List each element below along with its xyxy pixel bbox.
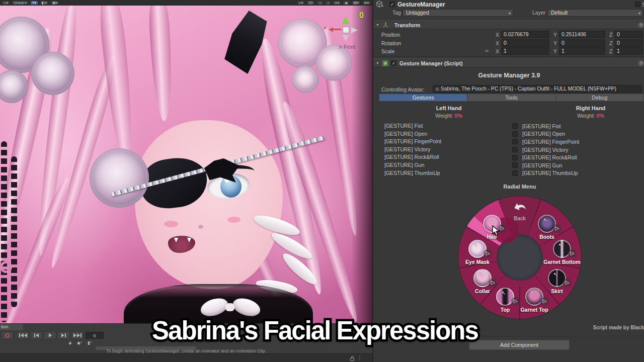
grid-opacity-dropdown[interactable]: ◧▾ — [40, 1, 49, 5]
gizmo-center-icon[interactable] — [343, 27, 349, 33]
gesture-item[interactable]: [GESTURE] Fist — [512, 122, 579, 130]
position-y-field[interactable]: 0.2511406 — [559, 31, 605, 38]
gameobject-name[interactable]: GestureManager — [397, 1, 445, 8]
gesture-checkbox[interactable] — [512, 123, 518, 129]
lighting-toggle-icon[interactable]: ☼ — [316, 1, 324, 5]
icon-dropdown-arrow[interactable]: ▾ — [382, 4, 383, 8]
gesture-item[interactable]: [GESTURE] Gun — [512, 161, 579, 169]
add-keyframe-icon[interactable]: ◆+ — [77, 340, 83, 345]
tab-tools[interactable]: Tools — [467, 94, 555, 101]
gesture-checkbox[interactable] — [512, 170, 518, 176]
play-icon[interactable]: ▷ — [563, 279, 572, 287]
static-label: St — [642, 2, 644, 8]
animation-tab[interactable]: tion — [0, 324, 23, 330]
gesture-item[interactable]: [GESTURE] Gun — [384, 161, 441, 169]
rotation-x-field[interactable]: 0 — [501, 39, 549, 47]
radial-item-boots[interactable]: ↖▷ Boots — [524, 215, 570, 240]
scale-label: Scale — [381, 48, 394, 54]
gesture-checkbox[interactable] — [512, 155, 518, 160]
animation-transport-controls — [1, 331, 84, 339]
help-icon[interactable]: ? — [638, 22, 644, 28]
radial-menu[interactable]: Back ↖▷ Boots ↖▷ Garnet Bottom ↖▷ Skirt … — [458, 196, 581, 319]
gesture-item[interactable]: [GESTURE] Open — [512, 130, 579, 138]
rotation-z-field[interactable]: 0 — [614, 39, 643, 47]
last-frame-button[interactable] — [71, 331, 84, 339]
effects-dropdown-icon[interactable]: ∗▾ — [333, 1, 341, 5]
gizmo-y-axis-icon[interactable] — [342, 16, 349, 24]
gesture-item[interactable]: [GESTURE] FingerPoint — [512, 138, 579, 146]
tag-label: Tag — [392, 10, 401, 16]
grid-visibility-dropdown[interactable]: ▦▾ — [50, 1, 59, 5]
rotation-row: Rotation X 0 Y 0 Z 0 — [373, 39, 644, 47]
gesture-item[interactable]: [GESTURE] Open — [384, 130, 441, 138]
rotation-y-field[interactable]: 0 — [559, 39, 605, 47]
camera-view-dropdown[interactable]: ▤▾ — [351, 1, 360, 5]
play-icon[interactable]: ▷ — [568, 249, 577, 258]
curves-view-icon[interactable]: ◈ — [68, 340, 72, 345]
play-icon[interactable]: ▷ — [540, 297, 549, 306]
gizmos-dropdown[interactable]: ⊕▾ — [362, 1, 371, 5]
gesture-item[interactable]: [GESTURE] FingerPoint — [384, 138, 441, 146]
component-enabled-checkbox[interactable]: ✓ — [391, 60, 396, 66]
foldout-icon[interactable]: ▼ — [376, 23, 379, 27]
play-icon[interactable]: ▷ — [511, 297, 520, 306]
radial-item-eye-mask[interactable]: ↖▷ Eye Mask — [455, 240, 500, 265]
frame-number-field[interactable]: 0 — [86, 332, 104, 339]
prev-frame-button[interactable] — [30, 331, 43, 339]
next-frame-button[interactable] — [57, 331, 70, 339]
2d-toggle[interactable]: 2D — [306, 1, 315, 5]
gesture-item[interactable]: [GESTURE] Victory — [384, 146, 441, 154]
gesture-checkbox[interactable] — [512, 162, 518, 168]
gesture-item[interactable]: [GESTURE] Rock&Roll — [384, 153, 441, 161]
lock-icon[interactable] — [350, 356, 355, 361]
play-icon[interactable]: ▷ — [484, 249, 492, 258]
static-checkbox[interactable] — [635, 2, 640, 7]
play-icon[interactable]: ▷ — [553, 224, 561, 233]
kebab-menu-icon[interactable]: ⋮ — [357, 355, 362, 360]
gizmo-view-label[interactable]: ≡ Front — [326, 44, 368, 50]
transform-header[interactable]: ▼ Transform ? — [373, 20, 644, 29]
tab-gestures[interactable]: Gestures — [379, 94, 467, 101]
help-icon[interactable]: ? — [638, 60, 644, 66]
gesture-item[interactable]: [GESTURE] ThumbsUp — [384, 169, 441, 177]
scale-y-field[interactable]: 1 — [559, 47, 605, 55]
scene-viewport[interactable] — [0, 6, 372, 323]
gesture-checkbox[interactable] — [512, 139, 518, 144]
pivot-global-dropdown[interactable]: Global ▾ — [12, 1, 29, 5]
hidden-objects-icon[interactable]: ◉ — [343, 1, 350, 5]
record-button[interactable] — [1, 331, 14, 339]
gesture-item[interactable]: [GESTURE] Fist — [384, 122, 441, 130]
gesture-item[interactable]: [GESTURE] Rock&Roll — [512, 153, 579, 161]
tab-debug[interactable]: Debug — [556, 94, 644, 101]
grid-axis-toggle[interactable]: Y▾ — [30, 1, 38, 5]
scale-x-field[interactable]: 1 — [501, 47, 549, 55]
foldout-icon[interactable]: ▼ — [376, 61, 379, 65]
tag-dropdown[interactable]: Untagged▾ — [403, 9, 513, 17]
first-frame-button[interactable] — [17, 331, 29, 339]
position-x-field[interactable]: 0.0276679 — [501, 31, 549, 38]
transform-handle-dropdown[interactable]: ◇▾ — [2, 1, 10, 5]
gesture-manager-header[interactable]: ▼ # ✓ Gesture Manager (Script) ? — [373, 58, 644, 67]
axis-x-label: X — [496, 48, 499, 54]
gesture-item[interactable]: [GESTURE] Victory — [512, 146, 579, 154]
audio-toggle-icon[interactable]: ♪ — [325, 1, 331, 5]
shading-mode-dropdown[interactable]: ◐▾ — [297, 1, 305, 5]
axis-z-label: Z — [609, 48, 612, 54]
scale-z-field[interactable]: 1 — [614, 47, 643, 55]
add-component-button[interactable]: Add Component — [469, 340, 570, 350]
gesture-item[interactable]: [GESTURE] ThumbsUp — [512, 169, 579, 177]
radial-item-collar[interactable]: ↖▷ Collar — [460, 269, 505, 294]
constrain-proportions-icon[interactable]: ∞ — [485, 48, 489, 53]
gesture-checkbox[interactable] — [512, 131, 518, 137]
gizmo-axis-cone-icon[interactable] — [343, 35, 349, 42]
radial-item-garnet-bottom[interactable]: ↖▷ Garnet Bottom — [539, 240, 585, 265]
gesture-checkbox[interactable] — [512, 147, 518, 152]
gizmo-z-axis-icon[interactable] — [351, 27, 358, 33]
layer-dropdown[interactable]: Default▾ — [547, 9, 643, 17]
controlling-avatar-field[interactable]: ◎Sabrina, The Pooch - PC (TPS) - Captain… — [433, 85, 642, 93]
active-checkbox[interactable]: ✓ — [389, 2, 395, 7]
play-icon[interactable]: ▷ — [489, 279, 497, 287]
play-button[interactable] — [44, 331, 56, 339]
add-event-icon[interactable]: ▮+ — [88, 340, 92, 345]
position-z-field[interactable]: 0 — [614, 31, 643, 38]
